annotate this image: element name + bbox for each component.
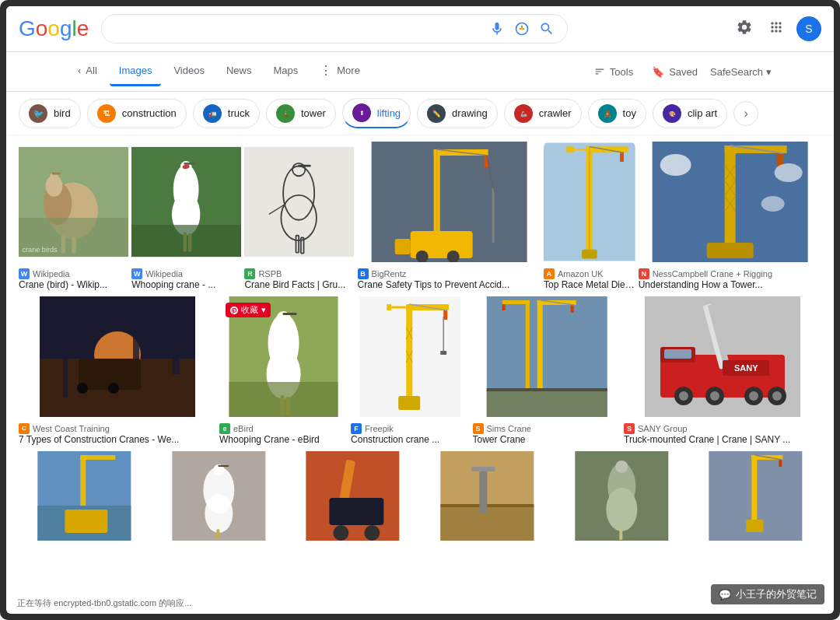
pinterest-badge[interactable]: 收藏 ▾ <box>226 303 271 317</box>
google-apps-button[interactable] <box>765 16 787 42</box>
whooping-crane-img <box>131 142 241 262</box>
toy-chip-icon: 🧸 <box>598 104 617 123</box>
image-item-whooping-crane[interactable]: W Wikipedia Whooping crane - ... <box>131 142 241 293</box>
browser-window: G o o g l e crane <box>0 0 840 620</box>
filter-chips: 🐦 bird 🏗 construction 🚛 truck <box>6 92 834 135</box>
svg-point-95 <box>108 383 119 394</box>
chip-tower[interactable]: 🗼 tower <box>266 99 336 128</box>
svg-rect-121 <box>570 305 573 313</box>
chips-next-button[interactable]: › <box>733 101 758 126</box>
chip-bird[interactable]: 🐦 bird <box>19 99 81 128</box>
svg-rect-126 <box>486 390 607 417</box>
header: G o o g l e crane <box>6 6 834 52</box>
svg-rect-45 <box>299 165 311 167</box>
status-bar: 正在等待 encrypted-tbn0.gstatic.com 的响应... <box>12 596 196 611</box>
svg-text:⬆: ⬆ <box>359 109 364 117</box>
source-favicon: W <box>19 268 30 279</box>
svg-rect-70 <box>724 145 735 247</box>
svg-rect-123 <box>525 300 529 394</box>
svg-rect-27 <box>52 173 61 175</box>
tower-crane-img <box>544 142 635 262</box>
tab-more[interactable]: ⋮ More <box>310 55 369 88</box>
svg-rect-65 <box>566 146 574 152</box>
pinterest-icon <box>230 306 238 314</box>
chip-truck[interactable]: 🚛 truck <box>193 99 260 128</box>
source-favicon: S <box>624 423 635 434</box>
search-button[interactable] <box>539 21 555 37</box>
svg-rect-62 <box>620 152 624 162</box>
lens-button[interactable] <box>514 21 530 37</box>
tab-images[interactable]: Images <box>110 57 162 86</box>
row3-img-6 <box>690 451 821 541</box>
crane-bird-img: crane birds <box>19 142 128 262</box>
source-favicon: F <box>351 423 362 434</box>
user-avatar[interactable]: S <box>796 16 821 41</box>
svg-point-151 <box>205 494 233 533</box>
settings-button[interactable] <box>733 16 756 43</box>
image-item-row3-1[interactable] <box>19 451 150 544</box>
image-item-crane-bird[interactable]: crane birds W Wikipedia Crane (bird) - W… <box>19 142 128 293</box>
chip-lifting[interactable]: ⬆ lifting <box>342 98 411 128</box>
svg-text:crane birds: crane birds <box>23 246 58 254</box>
row3-img-5 <box>556 451 688 541</box>
saved-button[interactable]: 🔖 Saved <box>652 66 698 78</box>
tab-maps[interactable]: Maps <box>264 57 307 86</box>
nesscampbell-img <box>639 142 821 262</box>
nav-right: Tools 🔖 Saved SafeSearch ▾ <box>588 58 772 86</box>
source-favicon: W <box>131 268 142 279</box>
truck-chip-icon: 🚛 <box>203 104 222 123</box>
tab-videos[interactable]: Videos <box>164 57 214 86</box>
svg-point-135 <box>679 391 688 401</box>
image-item-sany[interactable]: SANY S SANY Group Truck-mounted Crane | … <box>624 296 821 448</box>
tools-button[interactable]: Tools <box>588 58 639 86</box>
source-favicon: R <box>244 268 255 279</box>
search-input[interactable]: crane <box>114 22 481 36</box>
image-item-row3-3[interactable] <box>287 451 418 544</box>
image-item-amazon[interactable]: A Amazon UK Top Race Metal Diec... <box>544 142 635 293</box>
svg-rect-112 <box>440 351 446 355</box>
svg-rect-154 <box>218 465 229 467</box>
browser-content: G o o g l e crane <box>6 6 834 614</box>
image-item-row3-6[interactable] <box>690 451 821 544</box>
sany-img: SANY <box>624 296 821 417</box>
image-grid: crane birds W Wikipedia Crane (bird) - W… <box>6 135 834 603</box>
drawing-chip-icon: ✏️ <box>427 104 446 123</box>
image-item-bigrentz[interactable]: B BigRentz Crane Safety Tips to Prevent … <box>358 142 541 293</box>
watermark-text: 小王子的外贸笔记 <box>736 587 817 601</box>
image-item-row3-2[interactable] <box>153 451 285 544</box>
image-item-rspb[interactable]: R RSPB Crane Bird Facts | Gru... <box>244 142 354 293</box>
svg-rect-164 <box>471 467 495 471</box>
safesearch-toggle[interactable]: SafeSearch ▾ <box>710 66 772 78</box>
svg-rect-54 <box>394 239 410 254</box>
tab-news[interactable]: News <box>217 57 261 86</box>
svg-text:🏗: 🏗 <box>103 110 110 117</box>
lifting-chip-icon: ⬆ <box>352 103 371 122</box>
svg-text:🧸: 🧸 <box>604 110 612 118</box>
image-item-freepik[interactable]: F Freepik Construction crane ... <box>351 296 469 448</box>
image-item-nesscampbell[interactable]: N NessCampbell Crane + Rigging Understan… <box>639 142 821 293</box>
image-item-ebird[interactable]: 收藏 ▾ e eBird Whooping Crane - eBird <box>219 296 348 448</box>
svg-text:🚛: 🚛 <box>208 110 217 118</box>
chip-crawler[interactable]: 🦾 crawler <box>504 99 582 128</box>
svg-point-94 <box>77 383 88 394</box>
image-item-row3-4[interactable] <box>422 451 553 544</box>
chip-construction[interactable]: 🏗 construction <box>87 99 187 128</box>
construction-crane-img <box>358 142 541 262</box>
chip-toy[interactable]: 🧸 toy <box>588 99 646 128</box>
google-logo[interactable]: G o o g l e <box>19 16 89 41</box>
construction-chip-icon: 🏗 <box>97 104 116 123</box>
svg-point-83 <box>761 196 784 212</box>
image-item-westcoast[interactable]: C West Coast Training 7 Types of Constru… <box>19 296 216 448</box>
image-item-row3-5[interactable] <box>556 451 688 544</box>
tab-all[interactable]: ‹ All <box>68 57 107 86</box>
svg-rect-72 <box>776 153 782 166</box>
svg-rect-168 <box>619 527 622 540</box>
microphone-button[interactable] <box>489 21 505 37</box>
freepik-img <box>351 296 469 417</box>
svg-rect-105 <box>406 304 412 398</box>
chip-clipart[interactable]: 🎨 clip art <box>653 99 727 128</box>
crawler-chip-icon: 🦾 <box>514 104 533 123</box>
westcoast-img <box>19 296 216 417</box>
image-item-simscrane[interactable]: S Sims Crane Tower Crane <box>473 296 621 448</box>
chip-drawing[interactable]: ✏️ drawing <box>417 99 498 128</box>
